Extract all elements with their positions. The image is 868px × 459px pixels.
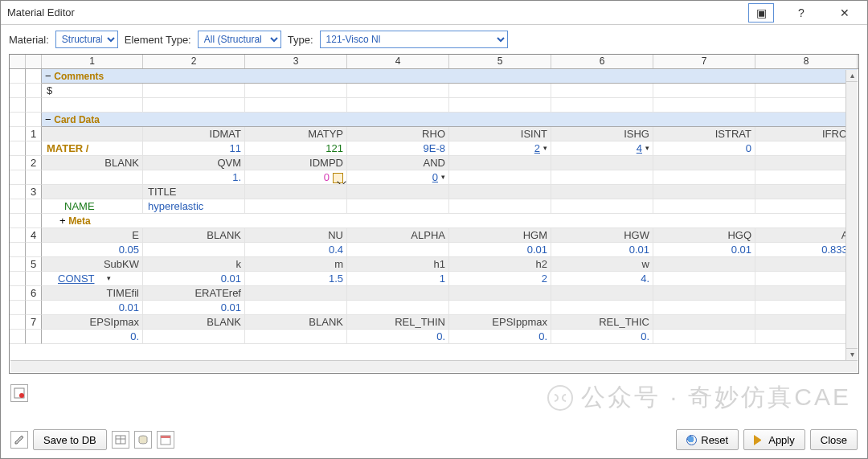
cell-hgw[interactable]: 0.01 [551, 243, 653, 257]
reset-button[interactable]: Reset [676, 429, 739, 450]
material-label: Material: [9, 34, 49, 46]
close-icon[interactable]: ✕ [829, 3, 861, 23]
hdr-relthic: REL_THIC [551, 315, 653, 330]
col-4[interactable]: 4 [347, 55, 449, 68]
cell-mv[interactable]: 1.5 [245, 272, 347, 286]
calendar-icon[interactable] [157, 431, 174, 449]
help-icon[interactable]: ? [785, 3, 817, 23]
hdr-hgm: HGM [449, 228, 551, 243]
cell-hgq[interactable]: 0.01 [653, 243, 755, 257]
comments-toggle-icon[interactable]: − [45, 70, 51, 82]
cell-relthic[interactable]: 0. [551, 330, 653, 344]
hdr-h2: h2 [449, 257, 551, 272]
cell-nu[interactable]: 0.4 [245, 243, 347, 257]
hdr-nu: NU [245, 228, 347, 243]
reset-icon [686, 435, 697, 445]
chevron-down-icon: ▾ [645, 141, 649, 155]
cell-istrat[interactable]: 0 [653, 141, 755, 156]
cell-as[interactable]: 0.8333 [755, 243, 858, 257]
svg-point-1 [19, 393, 24, 398]
restore-icon[interactable]: ▣ [748, 3, 774, 23]
vertical-scrollbar[interactable]: ▴▾ [845, 70, 858, 360]
hdr-title: TITLE [143, 185, 245, 199]
cell-erateref[interactable]: 0.01 [143, 301, 245, 315]
comment-value[interactable]: $ [42, 84, 143, 98]
hdr-ifroz: IFROZ [755, 127, 858, 141]
close-button[interactable]: Close [810, 429, 858, 450]
comments-section[interactable]: Comments [54, 71, 104, 82]
type-select[interactable]: 121-Visco Nl [320, 31, 508, 48]
table-icon[interactable] [112, 431, 129, 449]
hdr-istrat: ISTRAT [653, 127, 755, 141]
column-headers: 1 2 3 4 5 6 7 8 [10, 55, 858, 69]
hdr-k: k [143, 257, 245, 272]
cell-rho[interactable]: 9E-8 [347, 141, 449, 156]
cell-epsipmax[interactable]: 0. [42, 330, 143, 344]
cell-e[interactable]: 0.05 [42, 243, 143, 257]
carddata-section[interactable]: Card Data [54, 114, 100, 125]
elemtype-select[interactable]: All (Structural [198, 31, 281, 48]
cell-hgm[interactable]: 0.01 [449, 243, 551, 257]
carddata-toggle-icon[interactable]: − [45, 113, 51, 125]
cell-h1[interactable]: 1 [347, 272, 449, 286]
meta-toggle-icon[interactable]: + [59, 215, 66, 227]
apply-button[interactable]: Apply [743, 429, 805, 450]
cell-ifroz[interactable]: 0 [755, 141, 858, 156]
cell-idmpd[interactable]: 0 [245, 170, 347, 185]
hdr-idmat: IDMAT [143, 127, 245, 141]
cell-qvm[interactable]: 1. [143, 170, 245, 185]
cell-idmat[interactable]: 11 [143, 141, 245, 156]
material-select[interactable]: Structural [55, 31, 118, 48]
col-2[interactable]: 2 [143, 55, 245, 68]
chevron-down-icon: ▾ [107, 272, 111, 285]
hdr-m: m [245, 257, 347, 272]
cell-isint[interactable]: 2▾ [449, 141, 551, 156]
hdr-h1: h1 [347, 257, 449, 272]
horizontal-scrollbar[interactable] [10, 360, 858, 372]
validate-icon[interactable] [10, 384, 28, 402]
hdr-blank: BLANK [42, 156, 143, 170]
cell-epsippmax[interactable]: 0. [449, 330, 551, 344]
hdr-matyp: MATYP [245, 127, 347, 141]
hdr-idmpd: IDMPD [245, 156, 347, 170]
meta-section[interactable]: Meta [68, 215, 90, 227]
col-5[interactable]: 5 [449, 55, 551, 68]
hdr-e: E [42, 228, 143, 243]
cell-ishg[interactable]: 4▾ [551, 141, 653, 156]
edit-icon[interactable] [10, 431, 28, 449]
hdr-qvm: QVM [143, 156, 245, 170]
svg-rect-7 [161, 436, 170, 438]
chevron-down-icon: ▾ [441, 170, 445, 184]
col-6[interactable]: 6 [551, 55, 653, 68]
hdr-relthin: REL_THIN [347, 315, 449, 330]
cell-subkw[interactable]: CONST ▾ [42, 272, 143, 286]
col-7[interactable]: 7 [653, 55, 755, 68]
cell-and[interactable]: 0▾ [347, 170, 449, 185]
cell-h2[interactable]: 2 [449, 272, 551, 286]
hdr-and: AND [347, 156, 449, 170]
svg-point-8 [548, 386, 572, 410]
cell-relthin[interactable]: 0. [347, 330, 449, 344]
col-3[interactable]: 3 [245, 55, 347, 68]
button-bar: Save to DB Reset Apply Close [1, 429, 867, 450]
hdr-epsippmax: EPSIppmax [449, 315, 551, 330]
filter-bar: Material: Structural Element Type: All (… [1, 25, 867, 54]
save-button[interactable]: Save to DB [33, 429, 107, 450]
cell-w[interactable]: 4. [551, 272, 653, 286]
cell-name[interactable]: NAME [42, 199, 143, 214]
cell-mater[interactable]: MATER / [42, 141, 143, 156]
cell-timefil[interactable]: 0.01 [42, 301, 143, 315]
db-icon[interactable] [134, 431, 152, 449]
cell-titleval[interactable]: hyperelastic [143, 199, 245, 214]
col-1[interactable]: 1 [42, 55, 143, 68]
hdr-rho: RHO [347, 127, 449, 141]
lookup-icon[interactable] [333, 173, 343, 183]
apply-icon [754, 435, 764, 445]
cell-k[interactable]: 0.01 [143, 272, 245, 286]
window-title: Material Editor [7, 6, 748, 18]
elemtype-label: Element Type: [125, 34, 191, 46]
cell-matyp[interactable]: 121 [245, 141, 347, 156]
watermark: 公众号 · 奇妙仿真CAE [546, 381, 851, 414]
hdr-w: w [551, 257, 653, 272]
col-8[interactable]: 8 [755, 55, 858, 68]
